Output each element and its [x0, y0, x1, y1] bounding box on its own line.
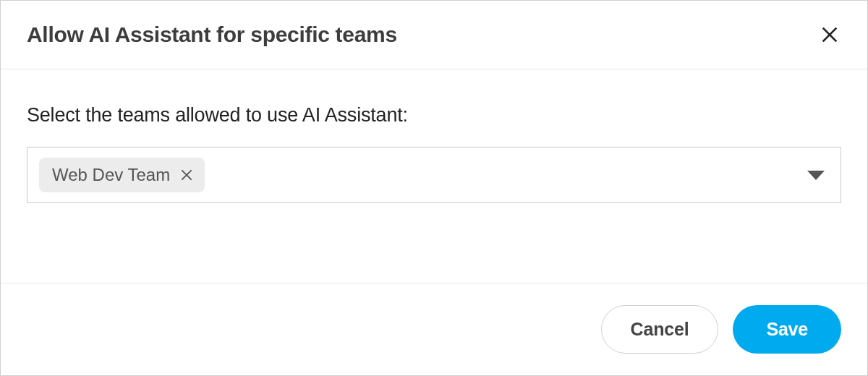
close-icon	[179, 168, 194, 182]
team-chip-remove[interactable]	[179, 167, 195, 183]
dialog-footer: Cancel Save	[1, 283, 867, 375]
team-chip-label: Web Dev Team	[52, 165, 170, 185]
dialog: Allow AI Assistant for specific teams Se…	[0, 0, 868, 376]
dialog-header: Allow AI Assistant for specific teams	[1, 1, 867, 69]
close-icon	[820, 25, 840, 45]
selected-chips: Web Dev Team	[39, 158, 205, 192]
save-button[interactable]: Save	[733, 305, 841, 354]
team-chip: Web Dev Team	[39, 158, 205, 192]
teams-field-label: Select the teams allowed to use AI Assis…	[27, 104, 841, 127]
dialog-title: Allow AI Assistant for specific teams	[27, 22, 397, 47]
cancel-button[interactable]: Cancel	[601, 305, 719, 354]
dialog-body: Select the teams allowed to use AI Assis…	[1, 69, 867, 283]
chevron-down-icon	[807, 171, 825, 180]
close-button[interactable]	[818, 23, 841, 46]
teams-multiselect[interactable]: Web Dev Team	[27, 147, 841, 203]
